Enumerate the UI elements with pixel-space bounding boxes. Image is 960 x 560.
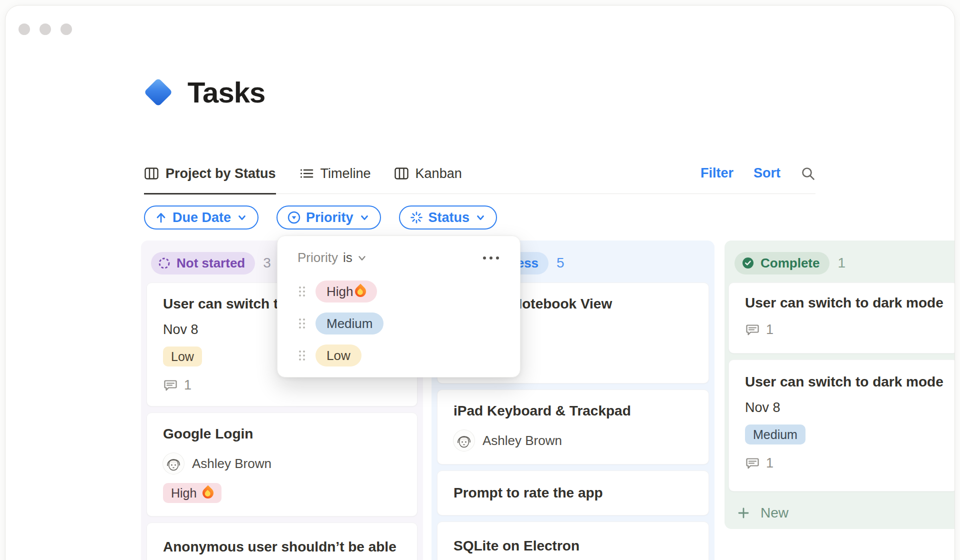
priority-label: Medium — [326, 316, 372, 332]
board-icon — [144, 166, 159, 181]
arrow-up-icon — [155, 212, 167, 224]
check-circle-icon — [741, 256, 755, 270]
priority-label: Low — [171, 350, 194, 364]
priority-pill-high: High — [316, 280, 377, 302]
page-title: Tasks — [188, 76, 265, 109]
column-count: 3 — [263, 255, 271, 271]
comment-icon — [163, 378, 178, 393]
task-card[interactable]: User can switch to dark mode 1 — [728, 282, 955, 354]
status-filter-pill[interactable]: Status — [399, 206, 498, 230]
tab-label: Timeline — [320, 166, 371, 182]
minimize-window-button[interactable] — [40, 24, 51, 35]
priority-tag-high: High — [163, 483, 222, 503]
task-card[interactable]: Anonymous user shouldn’t be able — [146, 522, 418, 560]
dropdown-field[interactable]: Priority — [298, 250, 338, 266]
card-list: User can switch to dark mode 1 User can … — [724, 282, 955, 492]
chevron-down-icon — [475, 212, 486, 223]
comment-count: 1 — [163, 378, 401, 393]
drag-handle-icon[interactable] — [298, 284, 306, 298]
priority-pill-medium: Medium — [316, 312, 384, 334]
card-title: Anonymous user shouldn’t be able — [163, 539, 401, 555]
dashed-circle-icon — [158, 256, 171, 270]
more-options-icon[interactable] — [482, 254, 500, 262]
pill-label: Due Date — [172, 210, 231, 226]
pill-label: Priority — [306, 210, 354, 226]
timeline-icon — [299, 166, 314, 181]
tabs-actions: Filter Sort — [700, 154, 816, 192]
app-window: Tasks Project by Status Timeline Kanban … — [5, 5, 955, 560]
pill-label: Status — [428, 210, 470, 226]
dropdown-header: Priority is — [298, 250, 500, 266]
assignee: Ashley Brown — [454, 430, 692, 451]
priority-pill-low: Low — [316, 344, 362, 366]
add-new-card-button[interactable]: New — [724, 498, 955, 528]
comment-count-value: 1 — [766, 322, 774, 338]
tab-label: Project by Status — [166, 166, 276, 182]
task-card[interactable]: iPad Keyboard & Trackpad Ashley Brown — [437, 390, 709, 464]
column-count: 5 — [556, 255, 564, 271]
priority-tag-medium: Medium — [745, 424, 806, 444]
task-card[interactable]: Prompt to rate the app — [437, 470, 709, 516]
priority-label: High — [171, 486, 196, 500]
fire-emoji-icon — [200, 485, 216, 500]
status-badge-complete[interactable]: Complete — [734, 252, 830, 274]
priority-option-high[interactable]: High — [298, 276, 500, 308]
fire-emoji-icon — [353, 284, 368, 299]
tab-project-by-status[interactable]: Project by Status — [144, 154, 276, 194]
status-label: Not started — [176, 256, 245, 271]
card-title: Google Login — [163, 426, 401, 442]
status-spinner-icon — [410, 211, 423, 224]
column-complete: Complete 1 User can switch to dark mode … — [724, 240, 955, 529]
comment-icon — [745, 456, 760, 471]
tab-label: Kanban — [416, 166, 462, 182]
page-header: Tasks — [144, 76, 265, 109]
board-icon — [394, 166, 409, 181]
priority-filter-pill[interactable]: Priority — [276, 206, 381, 230]
chevron-down-icon — [236, 212, 248, 223]
card-title: Prompt to rate the app — [454, 485, 603, 501]
priority-filter-dropdown: Priority is High — [277, 236, 520, 378]
filter-button[interactable]: Filter — [700, 166, 734, 181]
card-title: User can switch to dark mode — [745, 295, 941, 311]
tab-kanban[interactable]: Kanban — [394, 154, 462, 194]
assignee-name: Ashley Brown — [192, 456, 272, 472]
drag-handle-icon[interactable] — [298, 348, 306, 362]
status-badge-not-started[interactable]: Not started — [151, 252, 255, 274]
priority-option-medium[interactable]: Medium — [298, 308, 500, 340]
card-title: iPad Keyboard & Trackpad — [454, 403, 692, 419]
priority-circle-icon — [288, 211, 300, 224]
search-icon[interactable] — [800, 166, 816, 181]
task-card[interactable]: Google Login Ashley Brown High — [146, 412, 418, 516]
comment-count-value: 1 — [184, 378, 192, 393]
due-date-filter-pill[interactable]: Due Date — [144, 206, 258, 230]
chevron-down-icon — [359, 212, 370, 223]
assignee-name: Ashley Brown — [482, 433, 562, 448]
column-header: Complete 1 — [724, 240, 955, 282]
column-count: 1 — [838, 255, 846, 271]
avatar — [163, 453, 184, 474]
tab-timeline[interactable]: Timeline — [299, 154, 371, 194]
maximize-window-button[interactable] — [60, 24, 72, 35]
dropdown-operator[interactable]: is — [343, 250, 352, 266]
card-due-date: Nov 8 — [745, 400, 941, 416]
window-controls — [18, 24, 72, 35]
comment-count: 1 — [745, 322, 941, 338]
comment-count: 1 — [745, 456, 941, 471]
blue-diamond-icon — [144, 78, 173, 107]
filter-pills: Due Date Priority Status — [144, 206, 497, 230]
comment-count-value: 1 — [766, 456, 774, 471]
drag-handle-icon[interactable] — [298, 316, 306, 330]
add-new-label: New — [760, 505, 788, 521]
priority-label: Medium — [753, 428, 798, 442]
card-title: User can switch to dark mode — [745, 374, 941, 390]
task-card[interactable]: SQLite on Electron — [437, 522, 709, 560]
sort-button[interactable]: Sort — [754, 166, 780, 181]
dropdown-options: High Medium — [298, 276, 500, 372]
status-label: Complete — [760, 256, 820, 271]
close-window-button[interactable] — [18, 24, 30, 35]
priority-option-low[interactable]: Low — [298, 340, 500, 372]
card-title: Notebook View — [512, 296, 692, 312]
task-card[interactable]: User can switch to dark mode Nov 8 Mediu… — [728, 360, 955, 492]
assignee: Ashley Brown — [163, 453, 401, 474]
chevron-down-icon[interactable] — [356, 252, 368, 264]
